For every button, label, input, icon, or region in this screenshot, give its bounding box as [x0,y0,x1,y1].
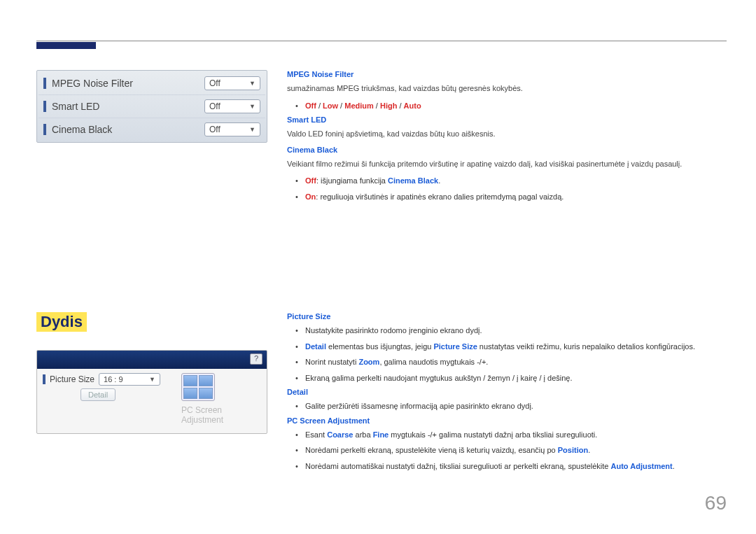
dropdown-value: Off [209,101,220,111]
detail-button[interactable]: Detail [80,388,115,401]
menu-panel-1-container: MPEG Noise Filter Off ▼ Smart LED Off ▼ … [36,70,267,206]
pos-cell[interactable] [199,388,213,399]
dropdown-value: 16 : 9 [104,375,123,384]
detail-b1: Galite peržiūrėti išsamesnę informaciją … [295,400,727,412]
desc-smartled: Valdo LED foninį apšvietimą, kad vaizdas… [287,128,727,140]
page-number: 69 [705,492,727,514]
chevron-down-icon: ▼ [149,376,155,383]
row-indicator [43,124,46,135]
ps-b2: Detail elementas bus išjungtas, jeigu Pi… [295,341,727,353]
pos-cell[interactable] [183,375,197,386]
desc-mpeg: sumažinamas MPEG triukšmas, kad vaizdas … [287,83,727,94]
title-cinema: Cinema Black [287,146,727,154]
opts-mpeg: Off / Low / Medium / High / Auto [295,100,727,112]
desc-cinema: Veikiant filmo režimui ši funkcija prite… [287,158,727,170]
section-2: Dydis ? Picture Size 16 : 9 ▼ Detail [36,312,727,476]
menu-row-mpeg: MPEG Noise Filter Off ▼ [38,72,265,95]
menu-panel-1: MPEG Noise Filter Off ▼ Smart LED Off ▼ … [36,70,267,143]
menu-label: Cinema Black [52,124,204,135]
dropdown-value: Off [209,125,220,134]
position-grid[interactable] [181,373,215,401]
header-rule [36,41,727,41]
chevron-down-icon: ▼ [249,80,255,87]
psa-label: PC ScreenAdjustment [181,405,262,425]
description-col-2: Picture Size Nustatykite pasirinkto rodo… [287,312,727,476]
ps-b1: Nustatykite pasirinkto rodomo įrenginio … [295,325,727,337]
title-smartled: Smart LED [287,115,727,124]
dropdown-value: Off [209,78,220,88]
dropdown-smartled[interactable]: Off ▼ [204,99,260,113]
row-indicator [43,374,46,384]
screenshot-header: ? [37,351,267,369]
cinema-on: On: reguliuoja viršutinės ir apatinės ek… [295,191,727,203]
description-col-1: MPEG Noise Filter sumažinamas MPEG triuk… [287,70,727,206]
dropdown-mpeg[interactable]: Off ▼ [204,76,260,90]
menu-label: Smart LED [52,101,204,112]
title-mpeg: MPEG Noise Filter [287,70,727,78]
heading-dydis: Dydis [36,312,87,332]
left-col-2: Dydis ? Picture Size 16 : 9 ▼ Detail [36,312,267,476]
chevron-down-icon: ▼ [249,103,255,110]
chevron-down-icon: ▼ [249,126,255,133]
picture-size-label: Picture Size [50,374,94,384]
pcsa-b2: Norėdami perkelti ekraną, spustelėkite v… [295,444,727,456]
row-indicator [43,78,46,89]
title-detail: Detail [287,388,727,396]
pcsa-b1: Esant Coarse arba Fine mygtukais -/+ gal… [295,429,727,441]
menu-label: MPEG Noise Filter [52,78,204,89]
help-icon[interactable]: ? [250,353,262,365]
dropdown-cinema[interactable]: Off ▼ [204,122,260,136]
ps-b3: Norint nustatyti Zoom, galima naudotis m… [295,356,727,368]
menu-row-smartled: Smart LED Off ▼ [38,95,265,118]
cinema-off: Off: išjungiama funkcija Cinema Black. [295,175,727,187]
dropdown-picture-size[interactable]: 16 : 9 ▼ [99,373,160,386]
ps-b4: Ekraną galima perkelti naudojant mygtuku… [295,372,727,384]
menu-row-cinema: Cinema Black Off ▼ [38,118,265,141]
section-1: MPEG Noise Filter Off ▼ Smart LED Off ▼ … [36,70,727,206]
title-picture-size: Picture Size [287,312,727,321]
title-pcsa: PC Screen Adjustment [287,416,727,425]
screenshot-picture-size: ? Picture Size 16 : 9 ▼ Detail [36,350,267,434]
pcsa-b3: Norėdami automatiškai nustatyti dažnį, t… [295,461,727,472]
row-indicator [43,101,46,112]
pos-cell[interactable] [199,375,213,386]
pos-cell[interactable] [183,388,197,399]
header-accent [36,42,96,49]
